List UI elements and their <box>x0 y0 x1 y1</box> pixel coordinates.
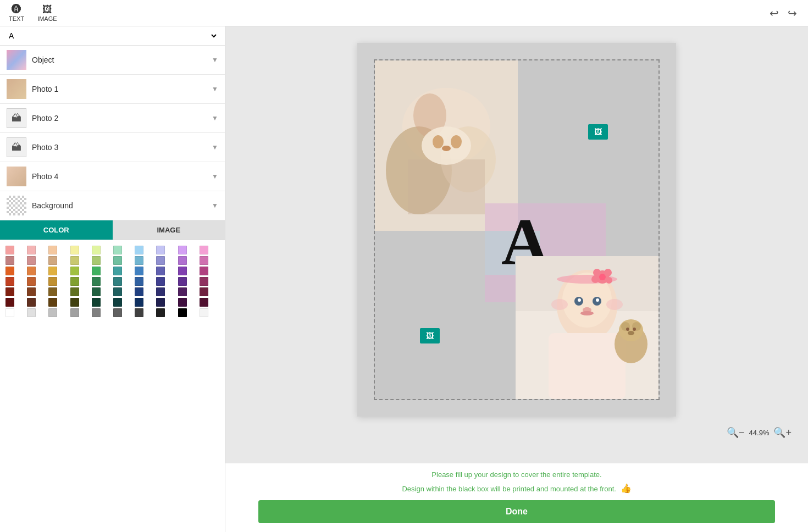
color-swatch-41[interactable] <box>27 287 36 296</box>
color-swatch-19[interactable] <box>200 256 208 265</box>
layer-item-photo4[interactable]: Photo 4 ▼ <box>0 162 225 191</box>
svg-point-35 <box>633 328 636 331</box>
color-swatch-9[interactable] <box>200 246 208 254</box>
color-swatch-4[interactable] <box>92 246 101 254</box>
photo4-label: Photo 4 <box>32 172 206 181</box>
color-swatch-36[interactable] <box>135 277 143 286</box>
color-swatch-5[interactable] <box>113 246 122 254</box>
color-swatch-20[interactable] <box>5 267 14 275</box>
color-swatch-13[interactable] <box>70 256 79 265</box>
color-swatch-34[interactable] <box>92 277 101 286</box>
color-swatch-48[interactable] <box>178 287 187 296</box>
redo-button[interactable]: ↪ <box>785 4 799 22</box>
info-line1: Please fill up your design to cover the … <box>242 469 792 481</box>
color-swatch-43[interactable] <box>70 287 79 296</box>
canvas-inner[interactable]: 🖼 A 🖼 <box>374 59 660 400</box>
color-swatch-7[interactable] <box>156 246 165 254</box>
color-swatch-22[interactable] <box>48 267 57 275</box>
color-swatch-30[interactable] <box>5 277 14 286</box>
color-swatch-44[interactable] <box>92 287 101 296</box>
color-swatch-39[interactable] <box>200 277 208 286</box>
color-swatch-53[interactable] <box>70 298 79 307</box>
zoom-in-button[interactable]: 🔍+ <box>773 426 792 439</box>
color-swatch-50[interactable] <box>5 298 14 307</box>
color-swatch-6[interactable] <box>135 246 143 254</box>
photo-top-right[interactable]: 🖼 <box>538 60 658 203</box>
done-button[interactable]: Done <box>258 500 775 523</box>
color-swatch-21[interactable] <box>27 267 36 275</box>
color-swatch-18[interactable] <box>178 256 187 265</box>
image-tool[interactable]: 🖼 IMAGE <box>37 4 57 22</box>
color-swatch-10[interactable] <box>5 256 14 265</box>
color-swatch-64[interactable] <box>92 308 101 317</box>
photo-bottom-right[interactable] <box>516 256 658 399</box>
color-swatch-0[interactable] <box>5 246 14 254</box>
layer-select[interactable]: A B C <box>7 31 218 41</box>
color-swatch-52[interactable] <box>48 298 57 307</box>
color-swatch-32[interactable] <box>48 277 57 286</box>
color-swatch-26[interactable] <box>135 267 143 275</box>
color-swatch-27[interactable] <box>156 267 165 275</box>
color-swatch-14[interactable] <box>92 256 101 265</box>
color-swatch-61[interactable] <box>27 308 36 317</box>
color-swatch-1[interactable] <box>27 246 36 254</box>
color-swatch-67[interactable] <box>156 308 165 317</box>
svg-rect-5 <box>408 159 485 214</box>
zoom-out-button[interactable]: 🔍− <box>727 426 745 439</box>
color-swatch-66[interactable] <box>135 308 143 317</box>
undo-button[interactable]: ↩ <box>767 4 781 22</box>
layer-item-photo3[interactable]: 🏔 Photo 3 ▼ <box>0 133 225 162</box>
color-swatch-65[interactable] <box>113 308 122 317</box>
info-line2: Design within the black box will be prin… <box>242 481 792 496</box>
color-swatch-69[interactable] <box>200 308 208 317</box>
color-swatch-59[interactable] <box>200 298 208 307</box>
color-swatch-45[interactable] <box>113 287 122 296</box>
color-swatch-24[interactable] <box>92 267 101 275</box>
svg-point-9 <box>442 146 451 151</box>
color-tab[interactable]: COLOR <box>0 220 113 240</box>
color-swatch-57[interactable] <box>156 298 165 307</box>
color-swatch-29[interactable] <box>200 267 208 275</box>
layer-item-object[interactable]: Object ▼ <box>0 46 225 75</box>
photo2-thumb: 🏔 <box>7 108 26 128</box>
color-swatch-47[interactable] <box>156 287 165 296</box>
color-swatch-38[interactable] <box>178 277 187 286</box>
text-tool[interactable]: 🅐 TEXT <box>9 4 24 22</box>
color-swatch-23[interactable] <box>70 267 79 275</box>
color-swatch-15[interactable] <box>113 256 122 265</box>
image-tab[interactable]: IMAGE <box>113 220 225 240</box>
color-swatch-37[interactable] <box>156 277 165 286</box>
color-swatch-40[interactable] <box>5 287 14 296</box>
color-swatch-28[interactable] <box>178 267 187 275</box>
color-swatch-2[interactable] <box>48 246 57 254</box>
color-swatch-25[interactable] <box>113 267 122 275</box>
color-swatch-63[interactable] <box>70 308 79 317</box>
color-swatch-62[interactable] <box>48 308 57 317</box>
color-swatch-3[interactable] <box>70 246 79 254</box>
color-swatch-33[interactable] <box>70 277 79 286</box>
zoom-level: 44.9% <box>749 429 770 437</box>
color-swatch-46[interactable] <box>135 287 143 296</box>
layer-dropdown[interactable]: A B C <box>0 26 225 46</box>
color-swatch-16[interactable] <box>135 256 143 265</box>
layer-item-photo2[interactable]: 🏔 Photo 2 ▼ <box>0 104 225 133</box>
layer-item-background[interactable]: Background ▼ <box>0 191 225 220</box>
color-swatch-17[interactable] <box>156 256 165 265</box>
color-swatch-31[interactable] <box>27 277 36 286</box>
color-swatch-55[interactable] <box>113 298 122 307</box>
color-swatch-56[interactable] <box>135 298 143 307</box>
color-swatch-42[interactable] <box>48 287 57 296</box>
photo-bottom-left[interactable]: 🖼 <box>375 273 485 399</box>
color-swatch-51[interactable] <box>27 298 36 307</box>
color-swatch-54[interactable] <box>92 298 101 307</box>
color-swatch-11[interactable] <box>27 256 36 265</box>
color-swatch-12[interactable] <box>48 256 57 265</box>
color-swatch-35[interactable] <box>113 277 122 286</box>
layer-item-photo1[interactable]: Photo 1 ▼ <box>0 75 225 104</box>
color-swatch-58[interactable] <box>178 298 187 307</box>
canvas-wrapper: 🖼 A 🖼 <box>357 43 676 417</box>
color-swatch-68[interactable] <box>178 308 187 317</box>
color-swatch-8[interactable] <box>178 246 187 254</box>
color-swatch-49[interactable] <box>200 287 208 296</box>
color-swatch-60[interactable] <box>5 308 14 317</box>
